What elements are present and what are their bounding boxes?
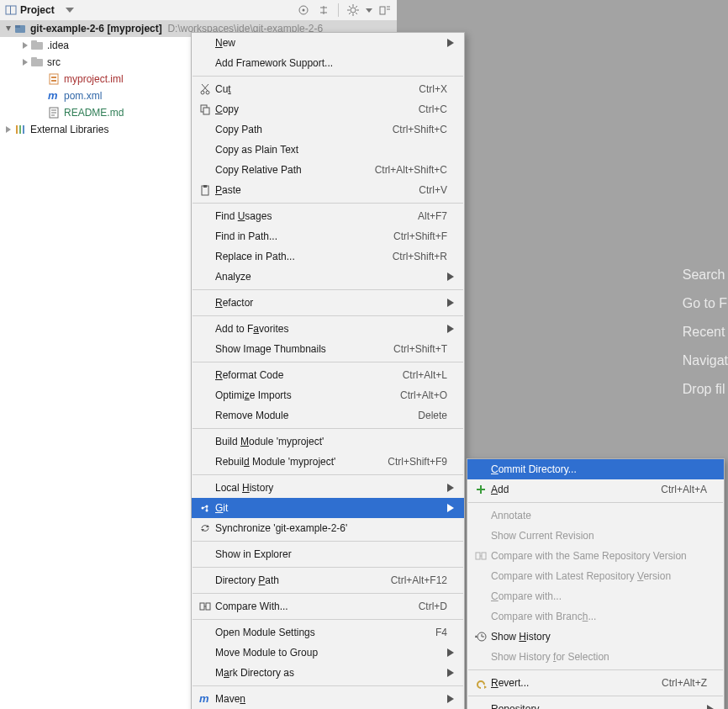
menu-item-shortcut: Delete (418, 410, 447, 421)
module-icon (13, 22, 27, 35)
menu-item-directory-path[interactable]: Directory PathCtrl+Alt+F12 (192, 570, 464, 590)
blank-icon (197, 161, 214, 178)
hint-recent: Recent (671, 318, 728, 347)
settings-dropdown-icon[interactable] (365, 2, 373, 19)
menu-item-move-module-to-group[interactable]: Move Module to Group (192, 643, 464, 663)
menu-item-remove-module[interactable]: Remove ModuleDelete (192, 405, 464, 426)
menu-item-shortcut: Ctrl+V (419, 184, 447, 196)
context-menu-project: NewAdd Framework Support...CutCtrl+XCopy… (191, 32, 465, 709)
menu-separator (193, 289, 463, 290)
menu-item-optimize-imports[interactable]: Optimize ImportsCtrl+Alt+O (192, 385, 464, 405)
menu-item-git[interactable]: Git (192, 498, 464, 518)
menu-item-paste[interactable]: PasteCtrl+V (192, 180, 464, 200)
menu-item-shortcut: Ctrl+Alt+Shift+C (375, 164, 447, 176)
svg-rect-39 (16, 125, 18, 134)
menu-item-shortcut: Alt+F7 (418, 210, 447, 222)
menu-item-show-in-explorer[interactable]: Show in Explorer (192, 544, 464, 564)
menu-item-shortcut: Ctrl+D (419, 601, 447, 612)
menu-item-find-usages[interactable]: Find UsagesAlt+F7 (192, 206, 464, 226)
menu-item-label: Find in Path... (215, 230, 383, 242)
menu-item-replace-in-path[interactable]: Replace in Path...Ctrl+Shift+R (192, 246, 464, 267)
menu-item-reformat-code[interactable]: Reformat CodeCtrl+Alt+L (192, 365, 464, 385)
svg-marker-21 (6, 26, 11, 31)
blank-icon (197, 341, 214, 357)
menu-item-refactor[interactable]: Refactor (192, 293, 464, 313)
menu-item-local-history[interactable]: Local History (192, 478, 464, 498)
svg-rect-31 (51, 77, 56, 78)
menu-item-cut[interactable]: CutCtrl+X (192, 79, 464, 99)
menu-item-repository[interactable]: Repository (467, 699, 724, 709)
menu-item-find-in-path[interactable]: Find in Path...Ctrl+Shift+F (192, 226, 464, 246)
expand-icon[interactable] (315, 2, 332, 19)
menu-item-copy-path[interactable]: Copy PathCtrl+Shift+C (192, 119, 464, 140)
blank-icon (197, 208, 214, 225)
menu-item-compare-with-latest-repository-version: Compare with Latest Repository Version (467, 566, 724, 586)
project-tab[interactable]: Project (0, 0, 60, 20)
blank-icon (472, 507, 489, 524)
menu-item-label: Replace in Path... (215, 251, 382, 262)
menu-item-label: Refactor (215, 297, 447, 309)
menu-item-compare-with[interactable]: Compare With...Ctrl+D (192, 596, 464, 616)
svg-rect-48 (203, 108, 209, 114)
menu-item-revert[interactable]: Revert...Ctrl+Alt+Z (467, 673, 724, 693)
hint-goto: Go to F (671, 289, 728, 318)
menu-separator (468, 502, 723, 503)
menu-item-label: Open Module Settings (215, 627, 425, 638)
menu-item-copy-relative-path[interactable]: Copy Relative PathCtrl+Alt+Shift+C (192, 160, 464, 180)
menu-separator (193, 474, 463, 475)
menu-item-add[interactable]: AddCtrl+Alt+A (467, 479, 724, 500)
menu-item-label: Show Current Revision (491, 530, 707, 542)
blank-icon (197, 644, 214, 661)
compare-icon (472, 548, 489, 564)
menu-item-new[interactable]: New (192, 33, 464, 53)
menu-item-show-image-thumbnails[interactable]: Show Image ThumbnailsCtrl+Shift+T (192, 339, 464, 359)
blank-icon (197, 294, 214, 311)
svg-marker-27 (23, 59, 28, 66)
menu-item-label: Add (491, 484, 651, 495)
svg-marker-53 (447, 325, 454, 333)
menu-item-analyze[interactable]: Analyze (192, 267, 464, 287)
svg-marker-24 (23, 42, 28, 49)
menu-item-mark-directory-as[interactable]: Mark Directory as (192, 663, 464, 683)
menu-item-show-history[interactable]: Show History (467, 627, 724, 647)
menu-item-open-module-settings[interactable]: Open Module SettingsF4 (192, 622, 464, 643)
menu-item-add-framework-support[interactable]: Add Framework Support... (192, 53, 464, 73)
menu-item-label: Copy Relative Path (215, 164, 365, 176)
menu-item-label: Find Usages (215, 210, 408, 222)
menu-item-label: Compare with the Same Repository Version (491, 550, 707, 562)
svg-marker-54 (447, 484, 454, 492)
menu-item-compare-with: Compare with... (467, 586, 724, 606)
menu-item-add-to-favorites[interactable]: Add to Favorites (192, 319, 464, 339)
libraries-icon (13, 123, 27, 136)
menu-item-label: Annotate (491, 510, 707, 521)
hint-drop: Drop fil (671, 375, 728, 404)
root-module: [myproject] (107, 23, 161, 34)
menu-item-build-module[interactable]: Build Module 'myproject' (192, 431, 464, 452)
menu-item-copy-as-plain-text[interactable]: Copy as Plain Text (192, 140, 464, 160)
expand-arrow-icon[interactable] (3, 24, 13, 33)
menu-item-shortcut: Ctrl+X (419, 83, 447, 95)
view-chooser-dropdown[interactable] (60, 8, 80, 13)
hide-icon[interactable] (377, 2, 393, 19)
collapse-arrow-icon[interactable] (20, 58, 30, 66)
blank-icon (197, 141, 214, 158)
menu-item-annotate: Annotate (467, 505, 724, 526)
menu-item-copy[interactable]: CopyCtrl+C (192, 99, 464, 119)
menu-item-shortcut: Ctrl+Shift+F (393, 230, 447, 242)
settings-icon[interactable] (345, 2, 361, 19)
menu-item-commit-directory[interactable]: Commit Directory... (467, 459, 724, 479)
compare-icon (197, 598, 214, 615)
svg-line-45 (203, 84, 208, 91)
collapse-arrow-icon[interactable] (20, 41, 30, 50)
menu-item-rebuild-module[interactable]: Rebuild Module 'myproject'Ctrl+Shift+F9 (192, 452, 464, 472)
menu-item-shortcut: Ctrl+C (419, 103, 447, 115)
blank-icon (197, 248, 214, 265)
menu-item-maven[interactable]: mMaven (192, 689, 464, 709)
project-icon (5, 4, 17, 16)
menu-separator (193, 685, 463, 686)
menu-item-synchronize[interactable]: Synchronize 'git-example-2-6' (192, 518, 464, 538)
submenu-arrow-icon (447, 299, 457, 307)
collapse-icon[interactable] (295, 2, 312, 19)
submenu-arrow-icon (447, 695, 457, 703)
collapse-arrow-icon[interactable] (3, 125, 13, 134)
